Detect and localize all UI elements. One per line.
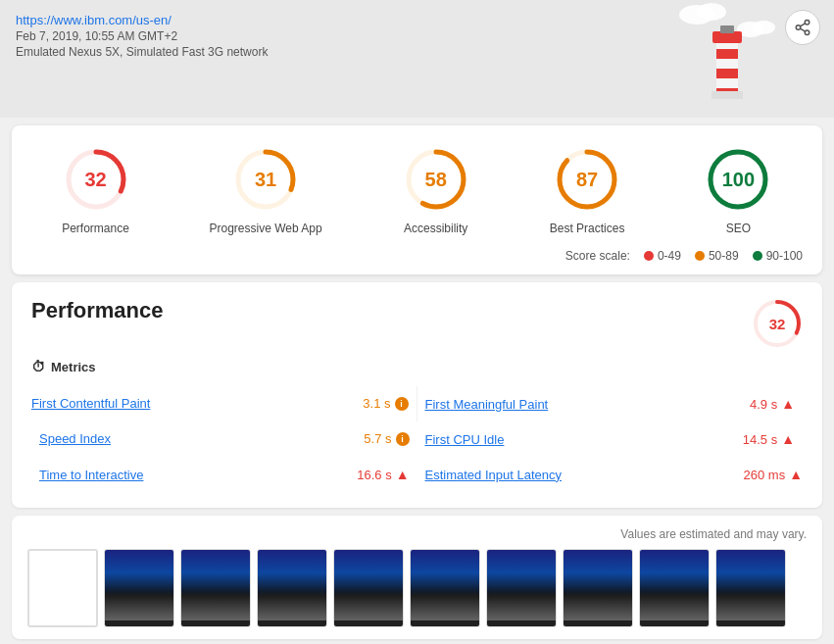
screenshot-thumb: [104, 549, 174, 627]
metric-name-1-right[interactable]: First CPU Idle: [425, 432, 505, 447]
lighthouse-illustration: [677, 0, 775, 108]
scores-row: 32 Performance 31 Progressive Web App 58…: [22, 145, 812, 235]
scores-card: 32 Performance 31 Progressive Web App 58…: [12, 125, 822, 274]
screenshots-section: Values are estimated and may vary.: [12, 516, 822, 639]
performance-section: Performance 32 ⏱ Metrics First Contentfu…: [12, 282, 822, 508]
score-label-performance: Performance: [62, 222, 129, 235]
metric-name-2-right[interactable]: Estimated Input Latency: [425, 468, 562, 482]
score-number-pwa: 31: [255, 169, 276, 191]
score-circle-best-practices: 87: [553, 145, 621, 214]
metric-name-0-left[interactable]: First Contentful Paint: [31, 396, 150, 411]
metric-row-2-right: Estimated Input Latency 260 ms ▲: [425, 457, 804, 492]
metric-col-2-right: Estimated Input Latency 260 ms ▲: [417, 457, 804, 492]
metric-name-0-right[interactable]: First Meaningful Paint: [425, 397, 549, 412]
svg-rect-9: [720, 25, 734, 33]
metric-value-0-right: 4.9 s ▲: [750, 396, 795, 412]
metric-row-0-right: First Meaningful Paint 4.9 s ▲: [425, 386, 796, 421]
score-label-accessibility: Accessibility: [404, 222, 467, 235]
svg-point-12: [796, 25, 801, 30]
metric-col-1-left: Speed Index 5.7 s i: [31, 421, 417, 457]
score-item-seo[interactable]: 100 SEO: [704, 145, 772, 235]
metric-value-2-left: 16.6 s ▲: [357, 467, 409, 482]
metric-row-0-left: First Contentful Paint 3.1 s i: [31, 386, 409, 421]
metrics-label: ⏱ Metrics: [31, 359, 803, 374]
svg-line-15: [800, 24, 805, 26]
screenshot-thumb: [715, 549, 786, 627]
svg-line-14: [800, 28, 805, 31]
scale-green: 90-100: [753, 249, 803, 263]
score-item-pwa[interactable]: 31 Progressive Web App: [210, 145, 322, 235]
score-number-seo: 100: [722, 169, 755, 191]
perf-title: Performance: [31, 298, 164, 323]
scale-red: 0-49: [644, 249, 681, 263]
metric-name-2-left[interactable]: Time to Interactive: [39, 468, 143, 482]
score-circle-pwa: 31: [231, 145, 300, 214]
metric-value-1-right: 14.5 s ▲: [743, 431, 795, 447]
info-icon: i: [395, 397, 409, 411]
score-number-best-practices: 87: [576, 169, 598, 191]
scale-dot-red: [644, 251, 654, 261]
score-circle-accessibility: 58: [402, 145, 470, 214]
score-item-accessibility[interactable]: 58 Accessibility: [402, 145, 470, 235]
score-number-performance: 32: [84, 169, 106, 191]
score-label-pwa: Progressive Web App: [210, 222, 322, 235]
score-item-best-practices[interactable]: 87 Best Practices: [550, 145, 625, 235]
svg-rect-5: [716, 49, 738, 59]
info-icon: i: [396, 432, 410, 446]
metric-row-1-right: First CPU Idle 14.5 s ▲: [425, 421, 796, 457]
screenshot-thumb: [563, 549, 633, 627]
header: https://www.ibm.com/us-en/ Feb 7, 2019, …: [0, 0, 834, 118]
svg-point-3: [752, 21, 775, 34]
screenshot-thumb: [180, 549, 251, 627]
metric-col-0-left: First Contentful Paint 3.1 s i: [31, 386, 417, 421]
svg-point-11: [805, 21, 809, 25]
scale-range-red: 0-49: [658, 249, 681, 263]
metric-col-0-right: First Meaningful Paint 4.9 s ▲: [417, 386, 804, 421]
stopwatch-icon: ⏱: [31, 359, 45, 374]
metric-value-0-left: 3.1 s i: [363, 396, 408, 411]
screenshot-thumb: [410, 549, 480, 627]
warn-icon: ▲: [789, 467, 803, 482]
score-number-accessibility: 58: [425, 169, 447, 191]
warn-icon: ▲: [781, 431, 795, 447]
metric-name-1-left[interactable]: Speed Index: [39, 431, 111, 446]
svg-point-13: [805, 30, 809, 35]
screenshot-thumb: [333, 549, 404, 627]
url-link[interactable]: https://www.ibm.com/us-en/: [16, 13, 172, 27]
scale-range-green: 90-100: [766, 249, 803, 263]
metrics-grid: First Contentful Paint 3.1 s i First Mea…: [31, 386, 803, 492]
screenshot-thumb: [257, 549, 327, 627]
warn-icon: ▲: [396, 467, 410, 482]
metric-col-2-left: Time to Interactive 16.6 s ▲: [31, 457, 417, 492]
metric-value-2-right: 260 ms ▲: [744, 467, 804, 482]
score-item-performance[interactable]: 32 Performance: [62, 145, 130, 235]
score-circle-seo: 100: [704, 145, 772, 214]
perf-score-mini: 32: [752, 298, 803, 349]
metrics-text: Metrics: [51, 360, 96, 374]
metric-row-2-left: Time to Interactive 16.6 s ▲: [39, 457, 410, 492]
metric-row-1-left: Speed Index 5.7 s i: [39, 421, 410, 456]
screenshots-row: [27, 549, 807, 627]
score-label-best-practices: Best Practices: [550, 222, 625, 235]
svg-rect-10: [711, 91, 743, 99]
screenshot-thumb: [639, 549, 710, 627]
screenshot-thumb: [486, 549, 557, 627]
scale-dot-orange: [695, 251, 705, 261]
screenshots-note: Values are estimated and may vary.: [27, 527, 807, 541]
metric-value-1-left: 5.7 s i: [364, 431, 409, 446]
share-button[interactable]: [785, 10, 820, 45]
screenshot-thumb: [27, 549, 98, 627]
scale-row: Score scale: 0-49 50-89 90-100: [22, 249, 812, 263]
score-label-seo: SEO: [726, 222, 751, 235]
score-circle-performance: 32: [62, 145, 130, 214]
perf-header: Performance 32: [31, 298, 803, 349]
scale-label: Score scale:: [565, 249, 630, 263]
warn-icon: ▲: [781, 396, 795, 412]
scale-range-orange: 50-89: [709, 249, 739, 263]
svg-rect-4: [716, 39, 738, 93]
scale-orange: 50-89: [695, 249, 739, 263]
scale-dot-green: [753, 251, 762, 261]
svg-point-1: [697, 3, 726, 21]
svg-rect-6: [716, 69, 738, 78]
perf-score-number: 32: [769, 316, 786, 332]
